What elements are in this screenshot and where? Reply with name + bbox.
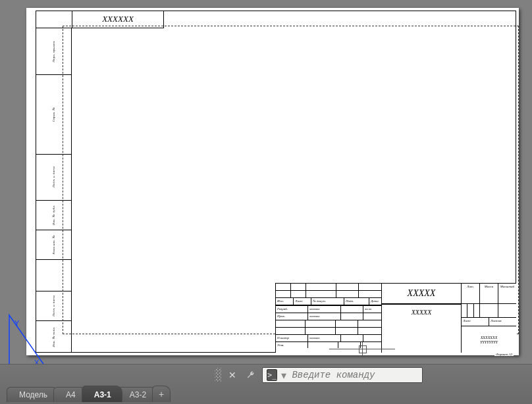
scale-label: Масштаб xyxy=(498,284,516,303)
format-label: Формат A3 xyxy=(494,353,514,356)
tab-a3-1[interactable]: A3-1 xyxy=(82,386,122,402)
org-line-1: XXXXXXX xyxy=(481,336,498,340)
command-line: ✕ >_ ▾ xyxy=(215,367,423,383)
main-designation: XXXXX xyxy=(382,284,461,305)
side-label: Инв. № подл. xyxy=(52,313,55,361)
sheets-total-label: Листов xyxy=(489,318,516,326)
row-ncontr: Н.контр xyxy=(276,335,308,341)
layout-tabs: Модель A4 A3-1 A3-2 + xyxy=(7,385,165,402)
row-utv: Утв. xyxy=(276,342,308,348)
status-bar: ✕ >_ ▾ Модель A4 A3-1 A3-2 + xyxy=(0,364,532,404)
col-list: Лист xyxy=(294,298,311,305)
ucs-icon: Y X xyxy=(4,310,51,372)
col-ndoc: № докум. xyxy=(311,298,344,305)
sub-designation: XXXXX xyxy=(382,305,461,353)
col-podp: Подп. xyxy=(344,298,369,305)
col-data: Дата xyxy=(369,298,380,305)
row-name: xxxxxxx xyxy=(308,313,341,320)
tab-model[interactable]: Модель xyxy=(7,387,59,402)
side-label: Справ. № xyxy=(52,90,55,139)
row-date: xx.xx xyxy=(363,306,373,313)
sheet-no-label: Лист xyxy=(462,318,489,326)
prompt-icon: >_ xyxy=(267,369,277,381)
row-name: xxxxxxx xyxy=(308,306,341,313)
title-block: Изм. Лист № докум. Подп. Дата Разраб. xx… xyxy=(275,283,516,353)
wrench-icon[interactable] xyxy=(244,368,258,382)
lit-label: Лит. xyxy=(462,284,480,303)
col-izm: Изм. xyxy=(276,298,294,305)
grip-handle[interactable] xyxy=(215,368,221,382)
row-razrab: Разраб. xyxy=(276,306,308,313)
side-label: Перв. примен. xyxy=(52,27,55,76)
row-prov: Пров. xyxy=(276,313,308,320)
tab-a3-2[interactable]: A3-2 xyxy=(117,387,157,402)
svg-text:Y: Y xyxy=(14,319,20,327)
mass-label: Масса xyxy=(480,284,498,303)
command-input-wrap[interactable]: >_ ▾ xyxy=(262,367,423,383)
row-name: xxxxxxx xyxy=(308,335,341,341)
close-icon[interactable]: ✕ xyxy=(225,368,240,382)
command-input[interactable] xyxy=(290,369,418,381)
add-layout-button[interactable]: + xyxy=(152,386,171,402)
org-line-2: YYYYYYYY xyxy=(480,340,498,344)
drawing-sheet[interactable]: XXXXXX Перв. примен. Справ. № Подп. и да… xyxy=(26,8,519,355)
